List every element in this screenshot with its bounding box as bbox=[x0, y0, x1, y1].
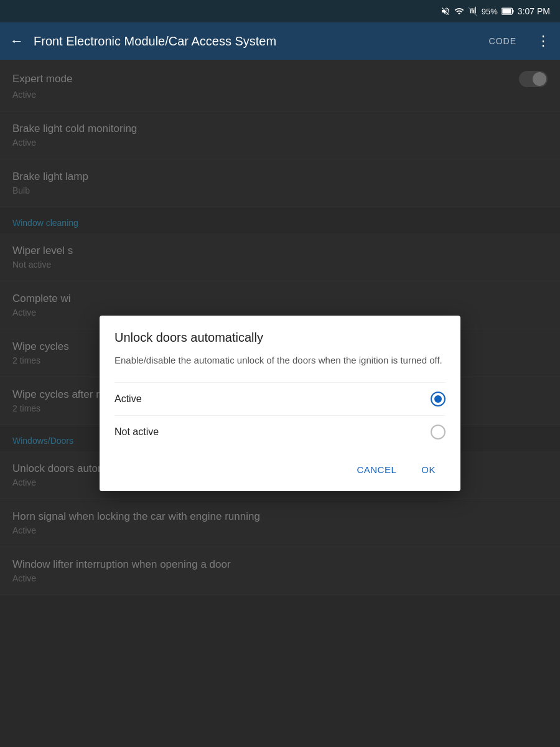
status-time: 3:07 PM bbox=[518, 6, 550, 16]
wifi-icon bbox=[454, 6, 464, 16]
radio-active-inner bbox=[434, 395, 442, 403]
dialog-title: Unlock doors automatically bbox=[114, 331, 446, 345]
battery-icon bbox=[502, 7, 514, 16]
overflow-menu-button[interactable]: ⋮ bbox=[536, 33, 550, 49]
code-button[interactable]: CODE bbox=[489, 36, 516, 46]
dialog-actions: CANCEL OK bbox=[114, 448, 446, 481]
status-icons: 95% 3:07 PM bbox=[441, 6, 550, 16]
dialog: Unlock doors automatically Enable/disabl… bbox=[100, 316, 460, 492]
signal-icon bbox=[468, 6, 478, 16]
radio-not-active[interactable] bbox=[431, 425, 446, 439]
svg-rect-2 bbox=[512, 10, 513, 12]
cancel-button[interactable]: CANCEL bbox=[347, 458, 406, 481]
svg-rect-1 bbox=[502, 9, 511, 14]
dialog-option-not-active[interactable]: Not active bbox=[114, 415, 446, 448]
mute-icon bbox=[441, 6, 450, 16]
back-button[interactable]: ← bbox=[10, 33, 24, 49]
dialog-option-active[interactable]: Active bbox=[114, 382, 446, 415]
app-bar-title: Front Electronic Module/Car Access Syste… bbox=[34, 34, 479, 49]
dialog-overlay: Unlock doors automatically Enable/disabl… bbox=[0, 60, 560, 747]
radio-active[interactable] bbox=[431, 392, 446, 406]
dialog-option-not-active-label: Not active bbox=[114, 426, 159, 438]
ok-button[interactable]: OK bbox=[411, 458, 446, 481]
status-bar: 95% 3:07 PM bbox=[0, 0, 560, 22]
dialog-description: Enable/disable the automatic unlock of t… bbox=[114, 354, 446, 368]
app-bar: ← Front Electronic Module/Car Access Sys… bbox=[0, 22, 560, 60]
dialog-option-active-label: Active bbox=[114, 393, 142, 405]
main-content: Expert mode Active Brake light cold moni… bbox=[0, 60, 560, 747]
battery-percentage: 95% bbox=[482, 7, 498, 16]
